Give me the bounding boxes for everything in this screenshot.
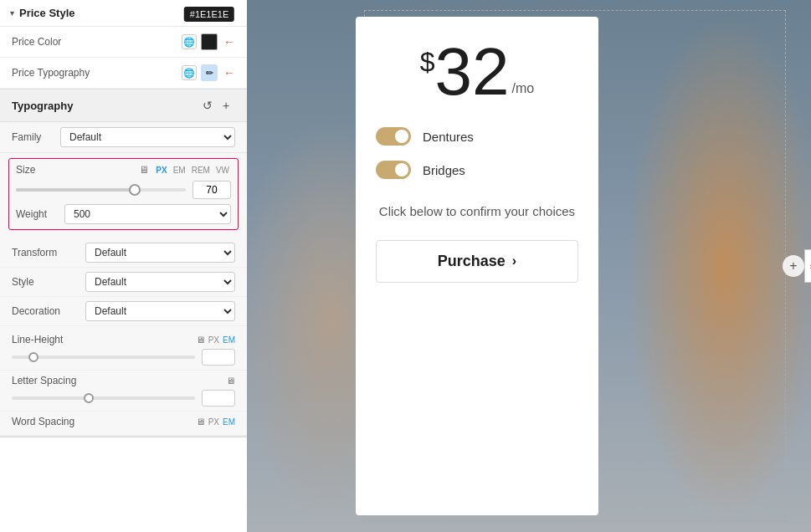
arrow-indicator: ← xyxy=(223,35,235,49)
price-typography-controls: 🌐 ✏ ← xyxy=(182,64,235,81)
decoration-select[interactable]: Default Underline Overline Line-through xyxy=(85,301,235,321)
price-amount: 32 xyxy=(435,42,510,102)
transform-select[interactable]: Default Uppercase Lowercase Capitalize xyxy=(85,243,235,263)
family-label: Family xyxy=(12,131,54,143)
purchase-button[interactable]: Purchase › xyxy=(376,240,578,283)
letter-spacing-monitor-icon: 🖥 xyxy=(226,376,235,386)
purchase-chevron: › xyxy=(512,253,516,269)
typography-section: Typography ↺ + Family Default Arial Geor… xyxy=(0,89,247,437)
letter-spacing-label: Letter Spacing xyxy=(12,375,226,386)
line-height-row: Line-Height 🖥 PX EM xyxy=(0,330,247,371)
letter-spacing-row: Letter Spacing 🖥 xyxy=(0,371,247,412)
collapse-icon[interactable]: ▾ xyxy=(10,8,14,18)
price-color-row: Price Color 🌐 #1E1E1E ← xyxy=(0,27,247,58)
price-display: $ 32 /mo xyxy=(420,42,534,102)
size-label: Size xyxy=(16,164,134,176)
confirm-text: Click below to confirm your choices xyxy=(379,202,575,222)
price-typography-label: Price Typography xyxy=(12,67,175,79)
family-select[interactable]: Default Arial Georgia Helvetica xyxy=(60,127,235,147)
typography-header: Typography ↺ + xyxy=(0,90,247,122)
left-panel: ▾ Price Style Price Color 🌐 #1E1E1E ← Pr… xyxy=(0,0,247,532)
line-height-input[interactable] xyxy=(202,349,235,366)
weight-select[interactable]: 100 200 300 400 500 600 700 800 900 xyxy=(64,204,231,224)
size-row-header: Size 🖥 PX EM REM VW xyxy=(16,164,231,176)
price-color-controls: 🌐 #1E1E1E ← xyxy=(182,33,235,50)
line-height-units: PX EM xyxy=(208,335,235,345)
line-height-header: Line-Height 🖥 PX EM xyxy=(12,334,235,345)
line-height-thumb[interactable] xyxy=(28,352,38,362)
price-period: /mo xyxy=(512,82,535,95)
word-spacing-em[interactable]: EM xyxy=(223,417,235,427)
toggle-row-dentures: Dentures xyxy=(376,127,578,146)
color-swatch-wrapper: #1E1E1E xyxy=(201,33,218,50)
letter-spacing-header: Letter Spacing 🖥 xyxy=(12,375,235,386)
line-height-label: Line-Height xyxy=(12,334,196,345)
reset-button[interactable]: ↺ xyxy=(198,96,217,115)
color-tooltip: #1E1E1E xyxy=(184,7,234,22)
section-title: Price Style xyxy=(19,7,75,19)
line-height-controls xyxy=(12,349,235,366)
letter-spacing-thumb[interactable] xyxy=(84,393,94,403)
price-color-label: Price Color xyxy=(12,36,175,48)
price-dollar: $ xyxy=(420,49,435,75)
size-block: Size 🖥 PX EM REM VW Weight xyxy=(8,158,239,230)
size-slider-track[interactable] xyxy=(16,188,186,192)
unit-tab-rem[interactable]: REM xyxy=(190,165,212,176)
family-row: Family Default Arial Georgia Helvetica xyxy=(0,122,247,153)
add-button[interactable]: + xyxy=(217,96,235,115)
word-spacing-label: Word Spacing xyxy=(12,416,196,427)
pricing-card: $ 32 /mo Dentures Bridges Click below to… xyxy=(356,17,598,515)
line-height-slider[interactable] xyxy=(12,356,195,359)
unit-tab-px[interactable]: PX xyxy=(154,165,168,176)
toggle-bridges[interactable] xyxy=(376,161,411,179)
unit-tabs: PX EM REM VW xyxy=(154,165,231,176)
line-height-em[interactable]: EM xyxy=(223,335,235,345)
style-label: Style xyxy=(12,276,79,288)
word-spacing-monitor-icon: 🖥 xyxy=(196,417,205,427)
size-slider-fill xyxy=(16,188,135,192)
size-row-controls xyxy=(16,181,231,199)
size-slider-thumb[interactable] xyxy=(129,184,141,196)
word-spacing-header: Word Spacing 🖥 PX EM xyxy=(12,416,235,427)
letter-spacing-slider[interactable] xyxy=(12,396,195,400)
weight-label: Weight xyxy=(16,208,58,220)
right-content: + $ 32 /mo Dentures Bridges Click below … xyxy=(247,0,811,532)
style-select[interactable]: Default Italic Oblique xyxy=(85,272,235,292)
line-height-monitor-icon: 🖥 xyxy=(196,335,205,345)
unit-tab-vw[interactable]: VW xyxy=(214,165,231,176)
extra-props: Transform Default Uppercase Lowercase Ca… xyxy=(0,235,247,330)
unit-tab-em[interactable]: EM xyxy=(172,165,187,176)
letter-spacing-input[interactable] xyxy=(202,390,235,407)
transform-row: Transform Default Uppercase Lowercase Ca… xyxy=(0,238,247,268)
word-spacing-row: Word Spacing 🖥 PX EM xyxy=(0,412,247,436)
purchase-label: Purchase xyxy=(438,253,506,270)
color-swatch[interactable] xyxy=(201,33,218,50)
toggle-row-bridges: Bridges xyxy=(376,161,578,179)
toggle-label-bridges: Bridges xyxy=(423,163,465,177)
toggle-label-dentures: Dentures xyxy=(423,130,474,144)
style-row: Style Default Italic Oblique xyxy=(0,268,247,297)
add-element-icon[interactable]: + xyxy=(783,255,804,277)
monitor-icon: 🖥 xyxy=(139,164,149,176)
pencil-button[interactable]: ✏ xyxy=(201,64,218,81)
weight-row: Weight 100 200 300 400 500 600 700 800 9… xyxy=(16,204,231,224)
globe-icon[interactable]: 🌐 xyxy=(182,34,197,49)
toggle-dentures[interactable] xyxy=(376,127,411,146)
decoration-row: Decoration Default Underline Overline Li… xyxy=(0,297,247,326)
arrow-indicator-2: ← xyxy=(223,66,235,79)
letter-spacing-controls xyxy=(12,390,235,407)
globe-icon-2[interactable]: 🌐 xyxy=(182,65,197,80)
transform-label: Transform xyxy=(12,247,79,258)
word-spacing-px[interactable]: PX xyxy=(208,417,219,427)
typography-title: Typography xyxy=(12,100,198,112)
line-height-px[interactable]: PX xyxy=(208,335,219,345)
word-spacing-units: PX EM xyxy=(208,417,235,427)
size-input[interactable] xyxy=(192,181,231,199)
decoration-label: Decoration xyxy=(12,305,79,317)
price-typography-row: Price Typography 🌐 ✏ ← xyxy=(0,58,247,89)
toggles-section: Dentures Bridges xyxy=(376,127,578,179)
